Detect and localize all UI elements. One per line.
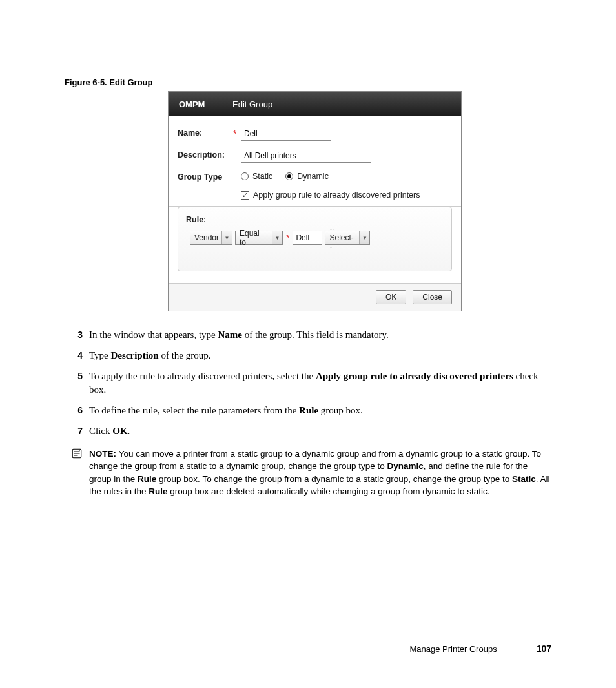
figure-caption: Figure 6-5. Edit Group [65,78,551,87]
required-spacer: * [233,171,241,183]
rule-extra-value: --Select-- [325,224,359,251]
label-group-type: Group Type [178,171,233,182]
step-number: 7 [65,424,89,439]
required-marker: * [286,233,289,243]
label-rule: Rule: [186,215,444,224]
chevron-down-icon: ▼ [272,231,282,244]
step-number: 3 [65,328,89,342]
chevron-down-icon: ▼ [359,231,369,244]
rule-groupbox: Rule: Vendor ▼ Equal to ▼ * --Select-- ▼ [178,207,452,271]
radio-static-label: Static [252,172,272,181]
radio-dynamic-label: Dynamic [297,172,329,181]
required-marker: * [233,127,241,139]
radio-static[interactable] [241,172,249,180]
note-icon [65,448,89,498]
step-number: 4 [65,349,89,363]
dialog-titlebar: OMPM Edit Group [169,92,461,116]
step-3: 3 In the window that appears, type Name … [65,328,551,342]
page-footer: Manage Printer Groups 107 [410,643,551,654]
rule-controls: Vendor ▼ Equal to ▼ * --Select-- ▼ [190,231,444,245]
edit-group-dialog: OMPM Edit Group Name: * Description: * G… [168,91,462,311]
dialog-title: Edit Group [230,99,272,109]
step-number: 5 [65,370,89,398]
row-group-type: Group Type * Static Dynamic [178,171,452,183]
description-input[interactable] [241,149,371,163]
ok-button[interactable]: OK [376,290,406,304]
label-description: Description: [178,149,233,160]
step-number: 6 [65,404,89,418]
name-input[interactable] [241,127,331,141]
chevron-down-icon: ▼ [221,231,232,244]
footer-section: Manage Printer Groups [410,644,497,654]
required-spacer: * [233,149,241,161]
rule-extra-dropdown[interactable]: --Select-- ▼ [325,231,370,245]
row-description: Description: * [178,149,452,163]
step-text: Type Description of the group. [89,349,551,363]
form-body: Name: * Description: * Group Type * Stat… [169,116,461,207]
close-button[interactable]: Close [413,290,452,304]
steps-list: 3 In the window that appears, type Name … [65,328,551,439]
radio-dynamic[interactable] [285,172,293,180]
rule-operator-dropdown[interactable]: Equal to ▼ [235,231,283,245]
step-4: 4 Type Description of the group. [65,349,551,363]
step-7: 7 Click OK. [65,424,551,439]
rule-value-input[interactable] [293,231,322,245]
footer-divider [517,644,517,653]
rule-field-value: Vendor [190,233,221,242]
note-block: NOTE: You can move a printer from a stat… [65,448,551,498]
note-text: NOTE: You can move a printer from a stat… [89,448,551,498]
step-text: Click OK. [89,424,551,439]
rule-operator-value: Equal to [236,229,272,247]
group-type-options: Static Dynamic [241,171,329,181]
label-name: Name: [178,127,233,138]
note-label: NOTE: [89,449,119,459]
row-name: Name: * [178,127,452,141]
step-text: To define the rule, select the rule para… [89,404,551,418]
page-number: 107 [537,643,551,654]
rule-field-dropdown[interactable]: Vendor ▼ [190,231,232,245]
apply-rule-label: Apply group rule to already discovered p… [253,191,420,200]
step-text: To apply the rule to already discovered … [89,370,551,398]
apply-rule-checkbox[interactable]: ✓ [241,191,249,200]
step-text: In the window that appears, type Name of… [89,328,551,342]
step-5: 5 To apply the rule to already discovere… [65,370,551,398]
app-name: OMPM [169,99,230,109]
row-apply-rule: ✓ Apply group rule to already discovered… [241,191,452,200]
button-bar: OK Close [169,283,461,311]
step-6: 6 To define the rule, select the rule pa… [65,404,551,418]
